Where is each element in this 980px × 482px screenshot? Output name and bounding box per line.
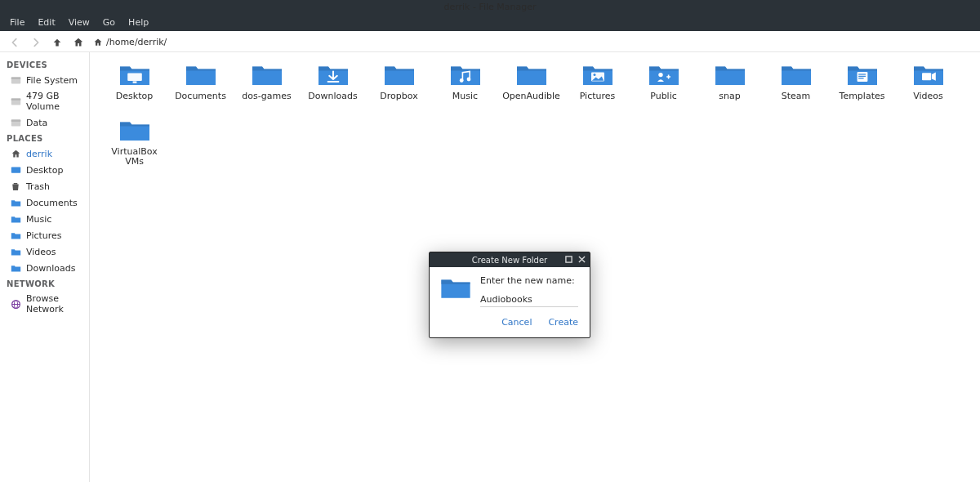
folder-icon — [383, 62, 416, 87]
dialog-folder-icon — [439, 275, 472, 302]
folder-label: Public — [650, 91, 677, 101]
sidebar-item-label: derrik — [26, 149, 52, 159]
folder-icon — [648, 62, 680, 87]
svg-rect-12 — [132, 81, 136, 83]
svg-rect-23 — [922, 73, 931, 80]
sidebar-item-music[interactable]: Music — [2, 211, 87, 227]
dialog-name-input[interactable] — [480, 292, 578, 307]
menu-view[interactable]: View — [64, 16, 95, 29]
folder-label: snap — [719, 91, 740, 101]
folder-desktop[interactable]: Desktop — [101, 62, 167, 111]
menu-help[interactable]: Help — [123, 16, 154, 29]
folder-music[interactable]: Music — [432, 62, 498, 111]
folder-icon — [912, 62, 945, 87]
sidebar-header: PLACES — [2, 131, 87, 145]
folder-label: Desktop — [116, 91, 153, 101]
svg-rect-6 — [11, 167, 20, 172]
folder-icon — [449, 62, 482, 87]
sidebar-item-desktop[interactable]: Desktop — [2, 162, 87, 178]
svg-rect-7 — [14, 183, 18, 185]
sidebar-item-data[interactable]: Data — [2, 114, 87, 131]
folder-icon — [10, 230, 21, 241]
sidebar-item-label: Desktop — [26, 165, 63, 176]
folder-icon — [251, 62, 283, 87]
sidebar-item-label: 479 GB Volume — [26, 91, 82, 112]
svg-rect-24 — [565, 256, 571, 261]
folder-label: Videos — [913, 91, 943, 101]
trash-icon — [10, 181, 21, 192]
folder-videos[interactable]: Videos — [895, 62, 961, 111]
sidebar-item-file-system[interactable]: File System — [2, 72, 87, 88]
folder-virtualbox-vms[interactable]: VirtualBox VMs — [101, 118, 167, 167]
folder-icon — [780, 62, 813, 87]
sidebar-item-trash[interactable]: Trash — [2, 178, 87, 194]
sidebar-item-pictures[interactable]: Pictures — [2, 227, 87, 243]
window-title: derrik - File Manager — [443, 2, 536, 12]
svg-rect-3 — [11, 98, 20, 100]
svg-rect-5 — [11, 119, 20, 121]
folder-icon — [185, 62, 217, 87]
sidebar-item-browse-network[interactable]: Browse Network — [2, 291, 87, 317]
path-bar[interactable]: /home/derrik/ — [93, 37, 167, 47]
disk-icon — [10, 117, 21, 128]
folder-icon — [714, 62, 746, 87]
sidebar-item-documents[interactable]: Documents — [2, 194, 87, 211]
disk-icon — [10, 96, 21, 107]
nav-back-button[interactable] — [8, 36, 21, 49]
dialog-create-button[interactable]: Create — [548, 317, 578, 328]
folder-steam[interactable]: Steam — [763, 62, 829, 111]
dialog-maximize-button[interactable] — [564, 254, 573, 264]
folder-label: Music — [452, 91, 478, 101]
folder-snap[interactable]: snap — [697, 62, 763, 111]
sidebar-item-downloads[interactable]: Downloads — [2, 260, 87, 276]
sidebar-item-label: Trash — [26, 181, 50, 192]
menu-file[interactable]: File — [5, 16, 29, 29]
sidebar: DEVICESFile System479 GB VolumeDataPLACE… — [0, 52, 90, 482]
dialog-cancel-button[interactable]: Cancel — [501, 317, 532, 328]
menu-go[interactable]: Go — [98, 16, 120, 29]
folder-downloads[interactable]: Downloads — [300, 62, 366, 111]
folder-dropbox[interactable]: Dropbox — [366, 62, 432, 111]
folder-label: OpenAudible — [502, 91, 560, 101]
folder-dos-games[interactable]: dos-games — [234, 62, 300, 111]
sidebar-item-label: Pictures — [26, 230, 62, 241]
dialog-prompt: Enter the new name: — [480, 275, 580, 286]
folder-pictures[interactable]: Pictures — [564, 62, 630, 111]
sidebar-item-derrik[interactable]: derrik — [2, 145, 87, 162]
sidebar-item-label: Downloads — [26, 263, 75, 274]
sidebar-item-label: Browse Network — [26, 293, 82, 315]
menu-edit[interactable]: Edit — [33, 16, 60, 29]
folder-label: Documents — [175, 91, 226, 101]
nav-forward-button[interactable] — [29, 36, 42, 49]
folder-icon — [581, 62, 614, 87]
folder-icon — [846, 62, 879, 87]
folder-label: Dropbox — [380, 91, 417, 101]
folder-icon — [10, 262, 21, 274]
folder-label: dos-games — [242, 91, 291, 101]
sidebar-item-label: Documents — [26, 198, 78, 208]
folder-public[interactable]: Public — [630, 62, 697, 111]
disk-icon — [10, 74, 21, 86]
window-titlebar: derrik - File Manager — [0, 0, 980, 13]
sidebar-item-479-gb-volume[interactable]: 479 GB Volume — [2, 88, 87, 114]
folder-templates[interactable]: Templates — [829, 62, 895, 111]
sidebar-item-label: File System — [26, 75, 78, 86]
folder-label: VirtualBox VMs — [103, 147, 167, 167]
dialog-title: Create New Folder — [472, 256, 547, 265]
folder-icon — [317, 62, 350, 87]
nav-home-button[interactable] — [72, 36, 85, 49]
folder-icon — [515, 62, 548, 87]
dialog-titlebar[interactable]: Create New Folder — [430, 252, 590, 267]
folder-label: Templates — [840, 91, 885, 101]
folder-documents[interactable]: Documents — [167, 62, 234, 111]
sidebar-item-label: Videos — [26, 247, 56, 257]
folder-openaudible[interactable]: OpenAudible — [498, 62, 564, 111]
sidebar-item-label: Music — [26, 214, 51, 225]
nav-up-button[interactable] — [51, 36, 64, 49]
home-icon — [10, 148, 21, 159]
svg-rect-11 — [127, 74, 142, 82]
folder-icon — [118, 62, 151, 87]
sidebar-item-videos[interactable]: Videos — [2, 243, 87, 260]
dialog-close-button[interactable] — [577, 254, 586, 264]
path-text: /home/derrik/ — [106, 37, 167, 47]
